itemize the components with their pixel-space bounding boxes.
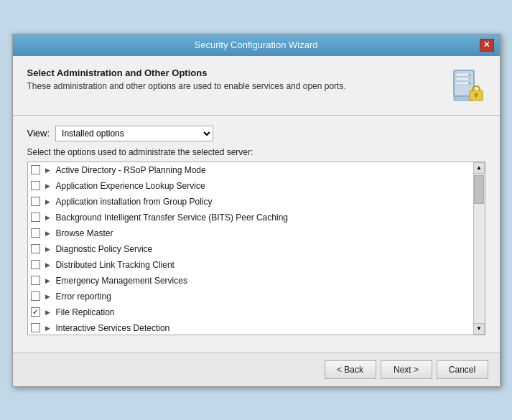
- list-item[interactable]: ▶Emergency Management Services: [28, 273, 473, 289]
- next-button[interactable]: Next >: [381, 360, 432, 379]
- header-section: Select Administration and Other Options …: [27, 67, 485, 105]
- footer: < Back Next > Cancel: [13, 353, 500, 386]
- list-item[interactable]: ▶Diagnostic Policy Service: [28, 241, 473, 257]
- list-item-checkbox[interactable]: [31, 260, 40, 269]
- list-item-label: Distributed Link Tracking Client: [56, 260, 174, 270]
- list-item-label: File Replication: [56, 307, 115, 317]
- list-item-label: Application installation from Group Poli…: [56, 197, 213, 207]
- view-label: View:: [27, 128, 50, 139]
- title-bar: Security Configuration Wizard ✕: [13, 34, 500, 56]
- list-item-checkbox[interactable]: [31, 291, 40, 301]
- svg-rect-10: [475, 95, 477, 98]
- window-title: Security Configuration Wizard: [33, 39, 480, 50]
- back-button[interactable]: < Back: [325, 360, 376, 379]
- list-item[interactable]: ▶Error reporting: [28, 289, 473, 304]
- list-item-checkbox[interactable]: [31, 165, 40, 174]
- list-item-checkbox[interactable]: [31, 323, 40, 332]
- expand-arrow-icon[interactable]: ▶: [43, 181, 53, 191]
- close-button[interactable]: ✕: [480, 39, 494, 52]
- list-item-label: Error reporting: [56, 291, 111, 302]
- list-item[interactable]: ✓▶File Replication: [28, 304, 473, 320]
- expand-arrow-icon[interactable]: ▶: [43, 291, 53, 302]
- content-area: Select Administration and Other Options …: [13, 56, 500, 344]
- view-row: View: Installed options All options Sele…: [27, 126, 485, 141]
- list-item[interactable]: ▶Interactive Services Detection: [28, 320, 473, 335]
- options-list: ▶Active Directory - RSoP Planning Mode▶A…: [28, 162, 473, 335]
- cancel-button[interactable]: Cancel: [437, 360, 488, 379]
- list-item-label: Background Intelligent Transfer Service …: [56, 213, 288, 223]
- expand-arrow-icon[interactable]: ▶: [43, 197, 53, 207]
- list-item-label: Emergency Management Services: [56, 276, 187, 286]
- scroll-down-arrow[interactable]: ▼: [473, 323, 485, 335]
- list-item[interactable]: ▶Distributed Link Tracking Client: [28, 257, 473, 273]
- expand-arrow-icon[interactable]: ▶: [43, 213, 53, 223]
- list-item-label: Application Experience Lookup Service: [56, 181, 205, 191]
- scroll-track: [474, 174, 485, 323]
- list-item-label: Browse Master: [56, 228, 113, 238]
- scroll-up-arrow[interactable]: ▲: [473, 162, 485, 174]
- list-item-checkbox[interactable]: [31, 181, 40, 190]
- list-item-checkbox[interactable]: [31, 276, 40, 285]
- expand-arrow-icon[interactable]: ▶: [43, 165, 53, 175]
- view-select[interactable]: Installed options All options Selected o…: [55, 126, 213, 141]
- expand-arrow-icon[interactable]: ▶: [43, 260, 53, 270]
- divider: [13, 115, 500, 116]
- svg-point-4: [468, 73, 470, 75]
- expand-arrow-icon[interactable]: ▶: [43, 276, 53, 286]
- scroll-thumb[interactable]: [474, 175, 484, 204]
- list-item[interactable]: ▶Application installation from Group Pol…: [28, 194, 473, 210]
- list-item-checkbox[interactable]: [31, 197, 40, 206]
- list-item-label: Active Directory - RSoP Planning Mode: [56, 165, 206, 175]
- instruction-text: Select the options used to administrate …: [27, 147, 485, 157]
- list-item-label: Interactive Services Detection: [56, 323, 170, 333]
- expand-arrow-icon[interactable]: ▶: [43, 228, 53, 238]
- scrollbar[interactable]: ▲ ▼: [473, 162, 485, 335]
- list-item[interactable]: ▶Active Directory - RSoP Planning Mode: [28, 162, 473, 178]
- section-description: These administration and other options a…: [27, 81, 346, 91]
- expand-arrow-icon[interactable]: ▶: [43, 323, 53, 333]
- section-title: Select Administration and Other Options: [27, 67, 346, 78]
- list-item[interactable]: ▶Browse Master: [28, 225, 473, 241]
- list-item-checkbox[interactable]: [31, 244, 40, 253]
- list-item-checkbox[interactable]: [31, 213, 40, 222]
- expand-arrow-icon[interactable]: ▶: [43, 244, 53, 254]
- list-item[interactable]: ▶Background Intelligent Transfer Service…: [28, 210, 473, 225]
- svg-point-5: [468, 78, 470, 80]
- list-item-label: Diagnostic Policy Service: [56, 244, 153, 254]
- options-list-container: ▶Active Directory - RSoP Planning Mode▶A…: [27, 162, 485, 335]
- header-text: Select Administration and Other Options …: [27, 67, 346, 91]
- list-item[interactable]: ▶Application Experience Lookup Service: [28, 178, 473, 194]
- list-item-checkbox[interactable]: [31, 228, 40, 238]
- main-window: Security Configuration Wizard ✕ Select A…: [12, 34, 501, 387]
- svg-point-6: [468, 82, 470, 84]
- list-item-checkbox[interactable]: ✓: [31, 307, 40, 317]
- server-lock-icon: [448, 67, 485, 105]
- expand-arrow-icon[interactable]: ▶: [43, 307, 53, 317]
